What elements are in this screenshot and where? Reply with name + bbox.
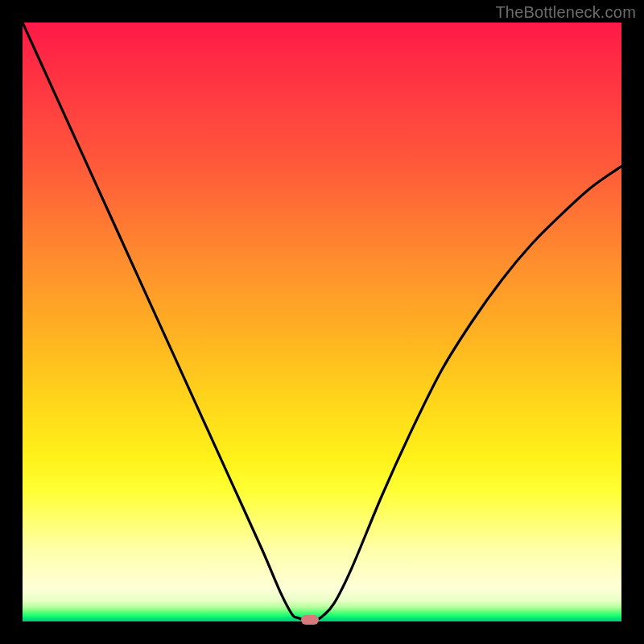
plot-area xyxy=(23,23,621,621)
chart-frame: TheBottleneck.com xyxy=(0,0,644,644)
watermark-text: TheBottleneck.com xyxy=(495,3,636,22)
